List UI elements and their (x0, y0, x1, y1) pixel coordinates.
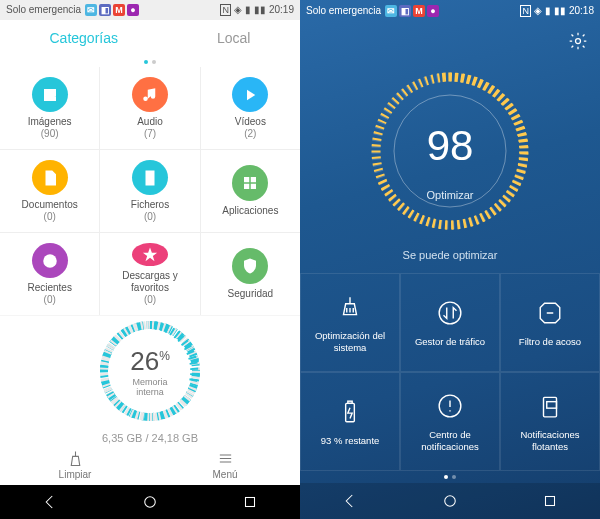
nav-bar (0, 485, 300, 519)
play-icon (232, 77, 268, 112)
svg-rect-17 (348, 401, 352, 403)
category-videos[interactable]: Vídeos(2) (201, 67, 300, 149)
category-grid: Imágenes(90) Audio(7) Vídeos(2) Document… (0, 67, 300, 315)
signal-icon: ▮ (545, 5, 551, 16)
tile-traffic-manager[interactable]: Gestor de tráfico (400, 273, 500, 372)
block-icon (535, 298, 565, 328)
document-icon (32, 160, 68, 195)
archive-icon (132, 160, 168, 195)
brush-icon (335, 292, 365, 322)
image-icon (32, 77, 68, 112)
category-documents[interactable]: Documentos(0) (0, 150, 99, 232)
nfc-icon: N (520, 5, 531, 17)
category-downloads[interactable]: Descargas y favoritos(0) (100, 233, 199, 315)
header-row (300, 21, 600, 61)
status-bar: Solo emergencia ✉ ◧ M ● N ◈ ▮ ▮▮ 20:18 (300, 0, 600, 21)
gmail-icon: M (113, 4, 125, 16)
bottom-toolbar: Limpiar Menú (0, 444, 300, 485)
back-icon[interactable] (41, 493, 59, 511)
status-icon: ● (427, 5, 439, 17)
tab-bar: Categorías Local (0, 20, 300, 57)
tile-battery[interactable]: 93 % restante (300, 372, 400, 471)
category-audio[interactable]: Audio(7) (100, 67, 199, 149)
nfc-icon: N (220, 4, 231, 16)
svg-rect-3 (251, 184, 256, 189)
menu-button[interactable]: Menú (150, 444, 300, 485)
clock-icon (32, 243, 68, 278)
svg-rect-2 (244, 184, 249, 189)
battery-icon: ▮▮ (554, 5, 566, 16)
tile-floating-notifications[interactable]: Notificaciones flotantes (500, 372, 600, 471)
memory-percent: 26 (130, 346, 159, 376)
home-icon[interactable] (441, 492, 459, 510)
carrier-text: Solo emergencia (306, 5, 381, 16)
gmail-icon: M (413, 5, 425, 17)
clock-text: 20:18 (569, 5, 594, 16)
svg-point-15 (439, 302, 461, 324)
clock-text: 20:19 (269, 4, 294, 15)
status-icon: ● (127, 4, 139, 16)
category-apps[interactable]: Aplicaciones (201, 150, 300, 232)
memory-size: 6,35 GB / 24,18 GB (102, 432, 198, 444)
tile-notification-center[interactable]: Centro de notificaciones (400, 372, 500, 471)
status-icon: ◧ (99, 4, 111, 16)
svg-point-11 (576, 39, 581, 44)
alert-icon (435, 391, 465, 421)
tab-categories[interactable]: Categorías (50, 30, 118, 46)
clean-button[interactable]: Limpiar (0, 444, 150, 485)
status-bar: Solo emergencia ✉ ◧ M ● N ◈ ▮ ▮▮ 20:19 (0, 0, 300, 20)
svg-rect-19 (544, 397, 557, 417)
carrier-text: Solo emergencia (6, 4, 81, 15)
score-value: 98 (427, 122, 474, 170)
notification-icons: ✉ ◧ M ● (85, 4, 139, 16)
score-message: Se puede optimizar (300, 249, 600, 261)
wifi-icon: ◈ (234, 4, 242, 15)
svg-rect-1 (251, 177, 256, 182)
file-manager-screen: Solo emergencia ✉ ◧ M ● N ◈ ▮ ▮▮ 20:19 C… (0, 0, 300, 519)
battery-icon (335, 397, 365, 427)
notification-icons: ✉ ◧ M ● (385, 5, 439, 17)
category-security[interactable]: Seguridad (201, 233, 300, 315)
svg-rect-22 (546, 497, 555, 506)
gear-icon[interactable] (568, 31, 588, 51)
window-icon (535, 391, 565, 421)
score-gauge: 98 Optimizar (365, 66, 535, 236)
battery-icon: ▮▮ (254, 4, 266, 15)
home-icon[interactable] (141, 493, 159, 511)
transfer-icon (435, 298, 465, 328)
memory-gauge: 26% Memoria interna (95, 316, 205, 426)
status-icon: ✉ (385, 5, 397, 17)
wifi-icon: ◈ (534, 5, 542, 16)
music-icon (132, 77, 168, 112)
page-indicator (0, 57, 300, 67)
nav-bar (300, 483, 600, 519)
svg-rect-10 (246, 498, 255, 507)
signal-icon: ▮ (245, 4, 251, 15)
star-icon (132, 243, 168, 266)
score-label: Optimizar (426, 189, 473, 201)
tile-system-optimization[interactable]: Optimización del sistema (300, 273, 400, 372)
tools-grid: Optimización del sistema Gestor de tráfi… (300, 273, 600, 471)
svg-rect-20 (547, 401, 557, 408)
tile-harassment-filter[interactable]: Filtro de acoso (500, 273, 600, 372)
svg-point-21 (445, 496, 456, 507)
recent-icon[interactable] (241, 493, 259, 511)
category-files[interactable]: Ficheros(0) (100, 150, 199, 232)
back-icon[interactable] (341, 492, 359, 510)
status-icon: ◧ (399, 5, 411, 17)
category-recent[interactable]: Recientes(0) (0, 233, 99, 315)
score-area[interactable]: 98 Optimizar (300, 61, 600, 241)
svg-rect-0 (244, 177, 249, 182)
shield-icon (232, 248, 268, 284)
svg-point-9 (145, 497, 156, 508)
tab-local[interactable]: Local (217, 30, 250, 46)
optimizer-screen: Solo emergencia ✉ ◧ M ● N ◈ ▮ ▮▮ 20:18 (300, 0, 600, 519)
recent-icon[interactable] (541, 492, 559, 510)
page-indicator (300, 471, 600, 483)
category-images[interactable]: Imágenes(90) (0, 67, 99, 149)
apps-icon (232, 165, 268, 201)
status-icon: ✉ (85, 4, 97, 16)
memory-panel[interactable]: 26% Memoria interna 6,35 GB / 24,18 GB (0, 316, 300, 444)
memory-label: Memoria interna (123, 377, 178, 397)
